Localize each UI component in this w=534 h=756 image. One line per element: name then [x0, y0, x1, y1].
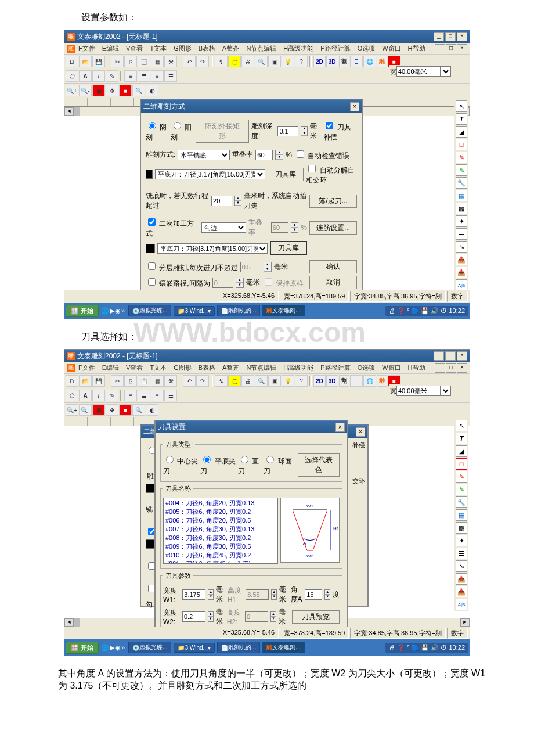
export-icon[interactable]: 📤: [456, 573, 467, 585]
brush-green-icon[interactable]: ✎: [456, 164, 467, 176]
menu-advanced[interactable]: H高级功能: [280, 363, 317, 373]
help-icon[interactable]: ?: [295, 56, 308, 67]
auto-check-checkbox[interactable]: 自动检查错误: [294, 149, 349, 161]
depth-spinner[interactable]: ▲▼: [301, 126, 308, 136]
red-box-icon[interactable]: ■: [119, 404, 132, 416]
swatch-icon[interactable]: ▩: [456, 522, 467, 534]
task-item-2[interactable]: 📁 3 Wind... ▾: [174, 643, 214, 653]
align-justify-icon[interactable]: ☰: [164, 390, 177, 401]
icon-2[interactable]: ▢: [228, 56, 241, 67]
ab-icon[interactable]: A|B: [456, 279, 467, 290]
menu-option[interactable]: O选项: [354, 363, 379, 373]
icon-1[interactable]: ↯: [215, 375, 228, 387]
undo-icon[interactable]: ↶: [183, 56, 196, 67]
zoom-fit-icon[interactable]: 🔍: [132, 85, 145, 96]
ql-icon-1[interactable]: 🌐: [101, 307, 109, 315]
menu-align[interactable]: A整齐: [219, 363, 243, 373]
inset-checkbox[interactable]: 镶嵌路径,间隔为: [146, 276, 210, 289]
tray-icon-3[interactable]: °: [407, 644, 409, 651]
import-icon[interactable]: 📥: [456, 586, 467, 597]
minimize-button[interactable]: _: [434, 32, 444, 41]
tray-icon-5[interactable]: 💾: [421, 644, 429, 651]
ql-icon-2[interactable]: ▶: [110, 307, 114, 315]
move-icon[interactable]: ✥: [106, 85, 118, 96]
tool-dialog-close[interactable]: ×: [335, 423, 345, 432]
save-icon[interactable]: 💾: [92, 56, 105, 67]
arrow-icon[interactable]: ↖: [456, 420, 467, 431]
arrow-down-icon[interactable]: ↘: [456, 241, 467, 253]
arrow-icon[interactable]: ↖: [456, 100, 467, 112]
paste-icon[interactable]: 📋: [138, 56, 150, 67]
secondary-checkbox[interactable]: 二次加工方式: [146, 217, 199, 239]
bulb-icon[interactable]: 💡: [282, 375, 294, 387]
list-icon[interactable]: ☰: [456, 548, 467, 559]
overlap-input[interactable]: [255, 150, 273, 160]
align-left-icon[interactable]: ≡: [124, 390, 137, 401]
tool-listbox[interactable]: #004：刀径6, 角度20, 刃宽0.13 #005：刀径6, 角度20, 刃…: [163, 498, 278, 564]
back-dialog-close[interactable]: ×: [356, 427, 365, 437]
mode-select[interactable]: 水平铣底: [178, 150, 230, 160]
rib-button[interactable]: 连筋设置...: [309, 221, 357, 235]
undo-icon[interactable]: ↶: [183, 375, 196, 387]
ok-button[interactable]: 确认: [309, 260, 357, 273]
node-icon[interactable]: ✦: [456, 535, 467, 546]
tray-icon-2[interactable]: ❓: [397, 644, 405, 651]
task-item-2[interactable]: 📁 3 Wind... ▾: [174, 306, 214, 316]
tray-icon-6[interactable]: 🔊: [431, 644, 439, 651]
overlap-spinner[interactable]: ▲▼: [275, 150, 283, 160]
lift-button[interactable]: 落/起刀...: [309, 195, 357, 208]
shape-icon[interactable]: ⬠: [66, 390, 78, 401]
width-unit-select[interactable]: [441, 386, 451, 396]
grid-icon[interactable]: ▦: [151, 375, 164, 387]
cut-icon[interactable]: ✂: [111, 56, 124, 67]
dialog-title-bar[interactable]: 二维雕刻方式 ×: [141, 100, 362, 113]
preview-icon[interactable]: 🔍: [255, 375, 268, 387]
menu-window[interactable]: W窗口: [378, 44, 404, 53]
mdi-minimize[interactable]: _: [435, 44, 445, 53]
carve-button[interactable]: 雕: [377, 56, 387, 67]
tray-icon-1[interactable]: 🖨: [389, 307, 395, 314]
wrench-icon[interactable]: 🔧: [456, 496, 467, 508]
table-icon[interactable]: ▦: [456, 190, 467, 201]
red-box-icon[interactable]: ■: [119, 85, 132, 96]
open-icon[interactable]: 📂: [79, 375, 92, 387]
brush-green-icon[interactable]: ✎: [456, 484, 467, 495]
grid-icon[interactable]: ▦: [151, 56, 164, 67]
node-icon[interactable]: ✦: [456, 215, 467, 227]
shape-tool-icon[interactable]: ◢: [456, 126, 467, 138]
icon-2[interactable]: ▢: [228, 375, 241, 387]
menu-help[interactable]: H帮助: [405, 44, 429, 53]
shape-tool-icon[interactable]: ◢: [456, 445, 467, 457]
icon-e[interactable]: E: [350, 375, 363, 387]
menu-align[interactable]: A整齐: [219, 44, 243, 53]
tray-icon-4[interactable]: 🔵: [411, 644, 419, 651]
list-icon[interactable]: ☰: [456, 228, 467, 240]
tray-icon-7[interactable]: ⏱: [441, 307, 447, 314]
task-item-4[interactable]: 雕 文泰雕刻...: [262, 642, 304, 653]
zoom-out-icon[interactable]: 🔍-: [79, 85, 92, 96]
close-button[interactable]: ×: [457, 351, 467, 361]
zoom-out-icon[interactable]: 🔍-: [79, 404, 92, 416]
rect-icon[interactable]: □: [456, 458, 467, 470]
brush-red-icon[interactable]: ✎: [456, 152, 467, 163]
color-button[interactable]: 选择代表色: [298, 453, 340, 477]
cut-button[interactable]: 割: [339, 375, 349, 387]
help-icon[interactable]: ?: [295, 375, 308, 387]
yang-rect-button[interactable]: 阳刻外接矩形: [196, 120, 249, 143]
wrench-icon[interactable]: 🔧: [456, 177, 467, 189]
tray-icon-5[interactable]: 💾: [421, 307, 429, 315]
ql-icon-3[interactable]: ◉: [115, 644, 121, 651]
cut-icon[interactable]: ✂: [111, 375, 124, 387]
radio-ball[interactable]: 球面刀: [264, 454, 293, 476]
task-item-3[interactable]: 📄 雕刻机的...: [217, 305, 260, 316]
select-icon[interactable]: ▣: [92, 85, 105, 96]
mdi-maximize[interactable]: □: [446, 44, 456, 53]
globe-icon[interactable]: 🌐: [363, 56, 376, 67]
layer-checkbox[interactable]: 分层雕刻,每次进刀不超过: [146, 261, 238, 273]
globe-icon[interactable]: 🌐: [363, 375, 376, 387]
align-center-icon[interactable]: ≣: [138, 390, 150, 401]
w2-spinner[interactable]: ▲▼: [208, 611, 214, 622]
tool2-lib-button[interactable]: 刀具库: [270, 241, 307, 255]
icon-e[interactable]: E: [350, 56, 363, 67]
edit-icon[interactable]: ✎: [106, 390, 118, 401]
